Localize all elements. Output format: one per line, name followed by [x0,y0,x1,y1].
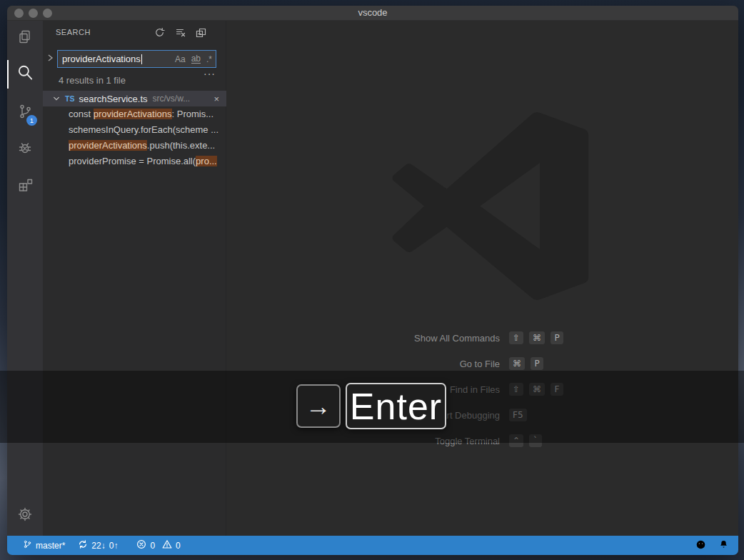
enter-key: Enter [350,385,442,428]
search-result[interactable]: schemesInQuery.forEach(scheme ... [43,122,226,138]
keybinding-chip: P [551,331,563,344]
git-branch-icon [23,539,32,551]
regex-toggle[interactable]: .* [206,54,212,64]
sidebar-item-debug[interactable] [7,131,43,167]
feedback-smiley-icon[interactable] [695,539,706,552]
warning-count: 0 [176,541,181,551]
panel-title: SEARCH [56,28,91,36]
search-panel: SEARCH providerActivations [43,21,226,536]
collapse-all-icon[interactable] [195,26,206,38]
chevron-down-icon[interactable] [53,95,60,102]
warnings-status[interactable]: 0 [162,539,181,551]
settings-button[interactable] [7,498,43,534]
errors-status[interactable]: 0 [136,539,155,551]
sync-status[interactable]: 22↓ 0↑ [78,539,118,551]
more-actions-button[interactable]: ··· [203,68,216,79]
incoming-commits: 22↓ [91,541,105,551]
dismiss-file-icon[interactable]: × [213,94,219,104]
status-bar: master* 22↓ 0↑ 0 0 [7,536,738,555]
enter-key-overlay: Enter [346,383,446,429]
sidebar-item-search[interactable] [7,56,43,92]
files-icon [16,29,34,49]
gear-icon [16,506,34,526]
vscode-window: vscode [7,6,738,555]
search-results: const providerActivations: Promis...sche… [43,106,226,169]
branch-name: master* [36,541,65,551]
error-icon [136,539,146,551]
sidebar-item-explorer[interactable] [7,21,43,56]
traffic-lights [14,9,52,18]
keybinding-chip: ⌘ [509,357,525,370]
file-path: src/vs/w... [153,94,191,104]
sidebar-item-extensions[interactable] [7,169,43,204]
results-summary: 4 results in 1 file [59,75,216,86]
file-result-row[interactable]: TS searchService.ts src/vs/w... × [43,91,226,106]
extensions-icon [16,176,34,196]
file-name: searchService.ts [79,94,147,104]
shortcut-label: Go to File [226,359,500,369]
right-arrow-key: → [306,391,331,421]
search-query-text: providerActivations [62,54,141,64]
search-result[interactable]: providerActivations.push(this.exte... [43,138,226,154]
title-bar: vscode [7,6,738,21]
branch-status[interactable]: master* [23,539,65,551]
sidebar-item-source-control[interactable]: 1 [7,95,43,131]
text-caret [141,54,142,64]
match-case-toggle[interactable]: Aa [175,54,186,64]
bug-icon [16,139,34,159]
watermark-shortcut-row: Show All Commands⇧⌘P [226,325,738,351]
search-result[interactable]: const providerActivations: Promis... [43,106,226,122]
active-indicator [7,60,9,89]
ts-file-icon: TS [65,94,74,103]
search-icon [16,64,34,85]
warning-icon [162,539,172,551]
shortcut-label: Show All Commands [226,333,500,344]
zoom-button[interactable] [43,9,52,18]
activity-bar: 1 [7,21,43,536]
clear-results-icon[interactable] [174,26,186,38]
error-count: 0 [150,541,155,551]
whole-word-toggle[interactable]: ab [191,55,201,64]
window-title: vscode [7,6,738,20]
search-result[interactable]: providerPromise = Promise.all(pro... [43,154,226,169]
keybinding-chip: ⇧ [509,331,523,344]
keybinding-chip: P [531,357,543,370]
notifications-bell-icon[interactable] [719,539,728,551]
arrow-key-overlay: → [296,384,341,428]
sync-icon [78,539,88,551]
keybinding-chip: ⌘ [529,331,545,344]
vscode-logo-watermark [388,112,590,303]
refresh-icon[interactable] [154,26,165,38]
editor-area: Show All Commands⇧⌘PGo to File⌘PFind in … [226,21,738,536]
toggle-replace-chevron[interactable] [46,54,54,62]
outgoing-commits: 0↑ [109,541,119,551]
desktop-background: vscode [0,0,744,560]
close-button[interactable] [14,9,24,18]
scm-badge: 1 [26,115,37,126]
minimize-button[interactable] [29,9,38,18]
search-input[interactable]: providerActivations Aa ab .* [57,50,216,68]
